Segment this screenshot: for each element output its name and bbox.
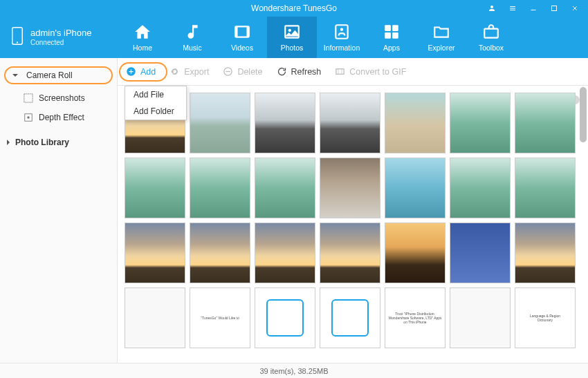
tool-label: Add xyxy=(140,67,156,77)
photo-thumb[interactable] xyxy=(125,287,185,348)
photo-thumb[interactable]: "TunesGo" Would Like to xyxy=(190,287,250,348)
photo-thumb[interactable] xyxy=(450,223,511,283)
user-icon[interactable] xyxy=(481,0,502,17)
photo-thumb[interactable] xyxy=(450,93,511,153)
photo-thumb[interactable] xyxy=(190,93,250,153)
svg-rect-18 xyxy=(484,29,498,38)
nav-videos[interactable]: Videos xyxy=(217,17,267,58)
status-bar: 39 item(s), 38.25MB xyxy=(0,363,588,378)
svg-rect-1 xyxy=(510,8,515,9)
main: Camera Roll Screenshots Depth Effect Pho… xyxy=(0,58,588,363)
svg-rect-25 xyxy=(336,69,344,75)
content: Add Add File Add Folder Export Delete Re… xyxy=(118,58,588,363)
scrollbar-thumb[interactable] xyxy=(580,87,587,142)
nav-home[interactable]: Home xyxy=(118,17,167,58)
nav-label: Toolbox xyxy=(479,44,504,52)
nav-label: Explorer xyxy=(428,44,454,52)
svg-rect-17 xyxy=(392,32,398,39)
tool-label: Convert to GIF xyxy=(349,67,406,77)
add-dropdown: Add File Add Folder xyxy=(125,86,187,120)
nav-label: Videos xyxy=(231,44,253,52)
photo-thumb[interactable] xyxy=(320,223,380,283)
svg-rect-15 xyxy=(392,25,398,31)
device-panel[interactable]: admin's iPhone Connected xyxy=(0,17,118,58)
photo-thumb[interactable] xyxy=(255,158,315,218)
nav-music[interactable]: Music xyxy=(167,17,217,58)
maximize-button[interactable] xyxy=(544,0,564,17)
photo-thumb[interactable] xyxy=(385,93,445,153)
nav-label: Apps xyxy=(383,44,400,52)
photo-thumb[interactable] xyxy=(385,223,445,283)
settings-icon[interactable] xyxy=(502,0,523,17)
photo-thumb[interactable] xyxy=(450,158,511,218)
photo-thumb[interactable] xyxy=(320,93,380,153)
photo-thumb[interactable]: Trust "iPhone Distribution: Wondershare … xyxy=(385,287,445,348)
sidebar-item-depth-effect[interactable]: Depth Effect xyxy=(0,108,117,127)
delete-button[interactable]: Delete xyxy=(223,66,262,77)
phone-icon xyxy=(11,27,24,48)
close-button[interactable] xyxy=(564,0,585,17)
chevron-down-icon xyxy=(12,74,18,77)
dropdown-add-folder[interactable]: Add Folder xyxy=(125,103,186,120)
nav-information[interactable]: Information xyxy=(317,17,367,58)
nav-photos[interactable]: Photos xyxy=(267,17,317,58)
nav-label: Photos xyxy=(281,44,304,52)
photo-thumb[interactable] xyxy=(125,158,185,218)
add-wrap: Add Add File Add Folder xyxy=(126,66,156,77)
sidebar-label: Camera Roll xyxy=(26,70,73,80)
minimize-button[interactable] xyxy=(523,0,544,17)
svg-rect-12 xyxy=(336,25,347,39)
photo-grid: "TunesGo" Would Like to Trust "iPhone Di… xyxy=(125,93,587,348)
sidebar-item-camera-roll[interactable]: Camera Roll xyxy=(4,66,113,84)
tool-label: Export xyxy=(184,67,209,77)
title-bar: Wondershare TunesGo xyxy=(0,0,588,17)
device-status: Connected xyxy=(30,39,91,47)
device-text: admin's iPhone Connected xyxy=(30,28,91,47)
photo-thumb[interactable] xyxy=(515,93,576,153)
app-title: Wondershare TunesGo xyxy=(251,3,337,13)
chevron-right-icon xyxy=(7,140,10,145)
nav-apps[interactable]: Apps xyxy=(367,17,416,58)
svg-point-21 xyxy=(27,116,30,119)
photo-thumb[interactable] xyxy=(255,223,315,283)
svg-rect-3 xyxy=(531,10,536,10)
gif-icon xyxy=(335,66,345,77)
photo-thumb[interactable] xyxy=(385,158,445,218)
refresh-icon xyxy=(277,66,287,77)
convert-gif-button[interactable]: Convert to GIF xyxy=(335,66,406,77)
sidebar-item-screenshots[interactable]: Screenshots xyxy=(0,88,117,108)
photo-grid-scroll[interactable]: 35 xyxy=(118,86,588,363)
nav-label: Music xyxy=(183,44,201,52)
photo-thumb[interactable] xyxy=(320,287,380,348)
header: admin's iPhone Connected Home Music Vide… xyxy=(0,17,588,58)
tool-label: Delete xyxy=(237,67,262,77)
refresh-button[interactable]: Refresh xyxy=(277,66,322,77)
sidebar-item-photo-library[interactable]: Photo Library xyxy=(0,133,117,152)
sidebar-label: Photo Library xyxy=(15,138,69,147)
export-button[interactable]: Export xyxy=(169,66,209,77)
svg-rect-24 xyxy=(226,71,230,72)
sidebar-label: Depth Effect xyxy=(39,113,84,122)
dropdown-add-file[interactable]: Add File xyxy=(125,86,186,103)
nav-explorer[interactable]: Explorer xyxy=(416,17,466,58)
main-nav: Home Music Videos Photos Information App… xyxy=(118,17,588,58)
svg-rect-0 xyxy=(510,6,515,7)
photo-thumb[interactable] xyxy=(320,158,380,218)
add-button[interactable]: Add xyxy=(126,66,156,77)
photo-thumb[interactable] xyxy=(515,158,576,218)
photo-thumb[interactable] xyxy=(190,223,250,283)
nav-label: Information xyxy=(324,44,360,52)
nav-toolbox[interactable]: Toolbox xyxy=(466,17,516,58)
photo-thumb[interactable] xyxy=(255,93,315,153)
photo-thumb[interactable] xyxy=(450,287,511,348)
photo-thumb[interactable] xyxy=(515,223,576,283)
status-text: 39 item(s), 38.25MB xyxy=(259,367,328,375)
device-name: admin's iPhone xyxy=(30,28,91,39)
photo-thumb[interactable] xyxy=(255,287,315,348)
svg-rect-2 xyxy=(510,10,515,10)
photo-thumb[interactable] xyxy=(125,223,185,283)
svg-point-11 xyxy=(288,29,291,32)
photo-thumb[interactable] xyxy=(190,158,250,218)
photo-thumb[interactable]: Language & RegionDictionary xyxy=(515,287,576,348)
depth-icon xyxy=(24,113,33,122)
